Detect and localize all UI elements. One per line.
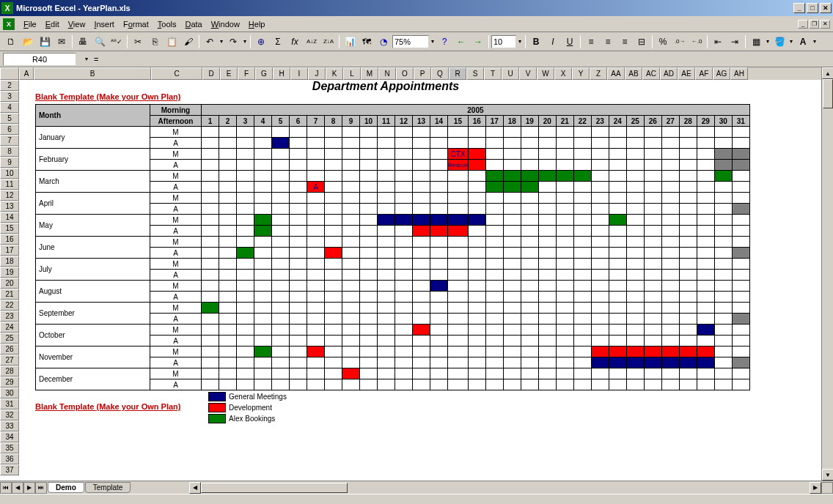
tab-last-icon[interactable]: ⏭: [35, 482, 47, 494]
day-cell[interactable]: [732, 160, 749, 171]
day-cell[interactable]: [609, 281, 626, 292]
col-header-AB[interactable]: AB: [625, 67, 642, 80]
row-header-10[interactable]: 10: [0, 168, 19, 179]
day-cell[interactable]: [503, 215, 521, 226]
day-cell[interactable]: [342, 357, 360, 368]
day-cell[interactable]: [573, 237, 591, 248]
day-cell[interactable]: [626, 215, 644, 226]
day-cell[interactable]: [290, 127, 307, 138]
day-cell[interactable]: [272, 160, 290, 171]
day-cell[interactable]: [468, 237, 485, 248]
day-cell[interactable]: [395, 149, 413, 160]
day-cell[interactable]: [644, 292, 661, 303]
day-cell[interactable]: [272, 171, 290, 182]
day-cell[interactable]: [679, 336, 697, 346]
day-cell[interactable]: [503, 160, 521, 171]
day-cell[interactable]: [378, 182, 395, 193]
day-cell[interactable]: Revision: [448, 160, 469, 171]
day-cell[interactable]: [714, 346, 732, 357]
day-cell[interactable]: [485, 149, 503, 160]
spellcheck-icon[interactable]: ᴬᴮ✓: [109, 34, 125, 50]
align-center-icon[interactable]: ≡: [600, 34, 616, 50]
day-cell[interactable]: [468, 259, 485, 270]
day-cell[interactable]: [290, 138, 307, 149]
col-header-AC[interactable]: AC: [642, 67, 660, 80]
day-cell[interactable]: [679, 204, 697, 215]
day-cell[interactable]: [360, 281, 378, 292]
fill-color-icon[interactable]: 🪣: [771, 34, 788, 50]
borders-icon[interactable]: ▦: [748, 34, 764, 50]
day-cell[interactable]: [202, 193, 219, 204]
day-cell[interactable]: [448, 336, 469, 346]
drawing-icon[interactable]: ◔: [375, 34, 392, 50]
day-cell[interactable]: [360, 138, 378, 149]
cut-icon[interactable]: ✂: [130, 34, 146, 50]
day-cell[interactable]: [485, 127, 503, 138]
day-cell[interactable]: [395, 182, 413, 193]
day-cell[interactable]: [254, 248, 272, 259]
chart-icon[interactable]: 📊: [342, 34, 358, 50]
name-box-dropdown[interactable]: ▾: [84, 56, 89, 62]
col-header-Z[interactable]: Z: [590, 67, 607, 80]
row-header-6[interactable]: 6: [0, 124, 19, 135]
row-header-9[interactable]: 9: [0, 157, 19, 168]
day-cell[interactable]: [626, 160, 644, 171]
day-cell[interactable]: [626, 237, 644, 248]
day-cell[interactable]: [538, 171, 556, 182]
day-cell[interactable]: [644, 270, 661, 281]
day-cell[interactable]: [468, 325, 485, 336]
day-cell[interactable]: [325, 182, 342, 193]
col-header-V[interactable]: V: [519, 67, 537, 80]
day-cell[interactable]: [290, 171, 307, 182]
day-cell[interactable]: [538, 281, 556, 292]
day-cell[interactable]: [290, 259, 307, 270]
day-cell[interactable]: [342, 138, 360, 149]
day-cell[interactable]: [485, 237, 503, 248]
day-cell[interactable]: [591, 127, 609, 138]
day-cell[interactable]: [378, 204, 395, 215]
day-cell[interactable]: [237, 226, 254, 237]
day-cell[interactable]: [714, 259, 732, 270]
day-cell[interactable]: [307, 368, 325, 379]
day-cell[interactable]: [272, 182, 290, 193]
day-cell[interactable]: A: [307, 182, 325, 193]
day-cell[interactable]: [503, 346, 521, 357]
day-cell[interactable]: [732, 204, 749, 215]
day-cell[interactable]: [485, 138, 503, 149]
day-cell[interactable]: [468, 357, 485, 368]
day-cell[interactable]: [378, 270, 395, 281]
day-cell[interactable]: [556, 204, 573, 215]
day-cell[interactable]: [556, 248, 573, 259]
col-header-Y[interactable]: Y: [572, 67, 590, 80]
day-cell[interactable]: [609, 368, 626, 379]
row-header-11[interactable]: 11: [0, 179, 19, 190]
day-cell[interactable]: [679, 237, 697, 248]
day-cell[interactable]: [573, 215, 591, 226]
day-cell[interactable]: [538, 336, 556, 346]
day-cell[interactable]: [697, 193, 714, 204]
increase-decimal-icon[interactable]: .0→: [672, 34, 688, 50]
day-cell[interactable]: [254, 182, 272, 193]
day-cell[interactable]: [325, 138, 342, 149]
day-cell[interactable]: [521, 259, 538, 270]
row-header-33[interactable]: 33: [0, 420, 19, 431]
menu-window[interactable]: Window: [207, 18, 244, 30]
row-header-37[interactable]: 37: [0, 464, 19, 475]
day-cell[interactable]: [202, 149, 219, 160]
day-cell[interactable]: [521, 226, 538, 237]
day-cell[interactable]: [573, 379, 591, 390]
day-cell[interactable]: [591, 292, 609, 303]
row-header-32[interactable]: 32: [0, 410, 19, 420]
zoom-dropdown[interactable]: ▾: [430, 38, 436, 45]
day-cell[interactable]: [661, 357, 679, 368]
day-cell[interactable]: [679, 193, 697, 204]
day-cell[interactable]: [556, 138, 573, 149]
day-cell[interactable]: [661, 368, 679, 379]
day-cell[interactable]: [378, 237, 395, 248]
day-cell[interactable]: [254, 281, 272, 292]
day-cell[interactable]: [468, 248, 485, 259]
day-cell[interactable]: [237, 259, 254, 270]
day-cell[interactable]: [679, 314, 697, 325]
day-cell[interactable]: [538, 314, 556, 325]
day-cell[interactable]: [342, 248, 360, 259]
